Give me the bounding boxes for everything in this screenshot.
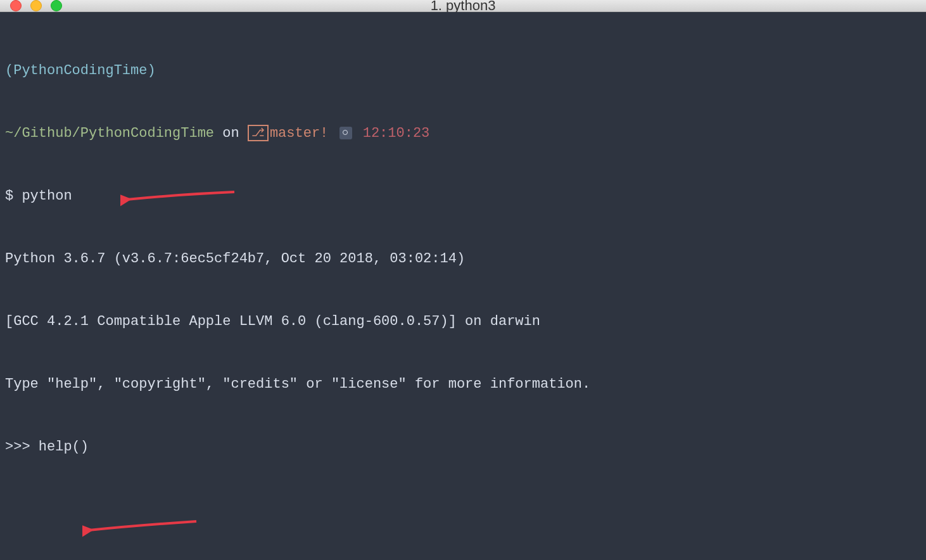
close-icon[interactable] bbox=[10, 0, 22, 11]
prompt-path: ~/Github/PythonCodingTime bbox=[5, 125, 214, 141]
output-line: [GCC 4.2.1 Compatible Apple LLVM 6.0 (cl… bbox=[5, 311, 921, 332]
traffic-lights bbox=[10, 0, 62, 11]
venv-line: (PythonCodingTime) bbox=[5, 60, 921, 81]
branch-icon: ⎇ bbox=[248, 125, 269, 141]
command-line: $ python bbox=[5, 186, 921, 207]
titlebar[interactable]: 1. python3 bbox=[0, 0, 926, 12]
blank-line bbox=[5, 499, 921, 520]
repl-prompt: >>> bbox=[5, 439, 39, 455]
prompt-line: ~/Github/PythonCodingTime on ⎇master! 12… bbox=[5, 123, 921, 144]
maximize-icon[interactable] bbox=[51, 0, 62, 11]
venv-name: (PythonCodingTime) bbox=[5, 63, 156, 79]
terminal-window: 1. python3 (PythonCodingTime) ~/Github/P… bbox=[0, 0, 926, 560]
output-line: Type "help", "copyright", "credits" or "… bbox=[5, 374, 921, 395]
branch-name: master bbox=[270, 125, 320, 141]
repl-command: help() bbox=[39, 439, 89, 455]
minimize-icon[interactable] bbox=[30, 0, 42, 11]
prompt-time: 12:10:23 bbox=[363, 125, 430, 141]
on-word: on bbox=[214, 125, 248, 141]
repl-line: >>> help() bbox=[5, 436, 921, 457]
branch-dirty-indicator: ! bbox=[320, 125, 328, 141]
command-text: python bbox=[22, 188, 72, 204]
terminal-content[interactable]: (PythonCodingTime) ~/Github/PythonCoding… bbox=[0, 12, 926, 560]
dollar-prompt: $ bbox=[5, 188, 22, 204]
clock-icon bbox=[339, 127, 352, 139]
output-line: Python 3.6.7 (v3.6.7:6ec5cf24b7, Oct 20 … bbox=[5, 248, 921, 269]
